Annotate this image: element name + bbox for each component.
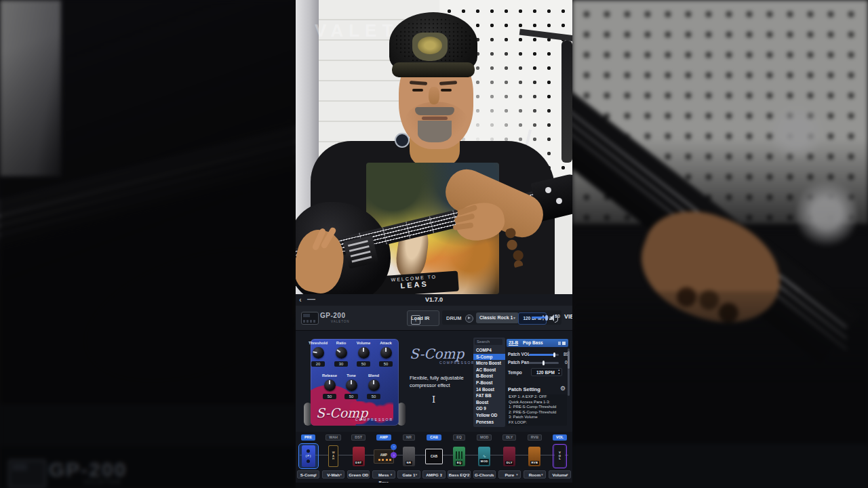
move-down-button[interactable]: ↓	[391, 452, 397, 458]
knob-volume[interactable]	[358, 347, 370, 359]
master-volume-slider[interactable]	[532, 317, 551, 319]
effect-list-item[interactable]: S-Comp	[473, 354, 505, 361]
tempo-input[interactable]: 120 BPM ▲▼	[531, 368, 562, 376]
pedal-icon-mod[interactable]: ∿MOD	[478, 447, 490, 466]
chain-tab-amp[interactable]: AMP	[376, 434, 391, 441]
knob-attack[interactable]	[380, 347, 392, 359]
effect-description: Flexible, fully adjustable compressor ef…	[410, 374, 464, 389]
goatee	[418, 121, 452, 142]
chain-slot-rvb: RVBRVBRoom▼	[522, 432, 547, 483]
chain-select-amp[interactable]: Mess Bass▼	[372, 470, 395, 479]
patch-panel: 23-B Pop Bass Patch VOL 89 Patch Pan 0 T…	[507, 338, 570, 427]
chain-tab-mod[interactable]: MOD	[477, 434, 492, 441]
chain-select-mod[interactable]: G-Chorus▼	[473, 470, 496, 479]
eye	[441, 89, 452, 92]
cap-emblem	[418, 37, 442, 54]
caret-down-icon: ▼	[490, 471, 493, 479]
pedal-icon-rvb[interactable]: RVB	[528, 447, 540, 466]
effect-list-item[interactable]: Micro Boost	[473, 360, 505, 367]
cap-band	[392, 62, 475, 77]
chain-select-rvb[interactable]: Room▼	[524, 470, 546, 479]
text-cursor: I	[432, 394, 435, 405]
pedal-icon-cab[interactable]: CAB	[425, 449, 443, 464]
video-column: VALETON WELCOME TO	[296, 0, 572, 488]
chain-select-pre[interactable]: S-Comp▼	[297, 470, 319, 479]
knob-label: Attack	[371, 341, 401, 345]
view-button-partial[interactable]: VIE	[564, 313, 572, 320]
patch-header-icon[interactable]	[558, 342, 561, 345]
knob-threshold[interactable]	[313, 347, 324, 359]
chain-select-dst[interactable]: Green OD▼	[347, 470, 370, 479]
effect-list-item[interactable]: 14 Boost	[473, 386, 505, 393]
slider-handle[interactable]	[542, 361, 545, 366]
knob-blend[interactable]	[368, 380, 380, 391]
knob-value: 50	[357, 361, 370, 367]
pedal-icon-wah[interactable]: WAH	[328, 445, 338, 467]
chain-select-cab[interactable]: AMPG 1▼	[422, 470, 445, 479]
chain-slot-wah: WAHWAHV-Wah▼	[321, 432, 346, 483]
effect-list-item[interactable]: Penesas	[473, 419, 505, 426]
chain-tab-wah[interactable]: WAH	[326, 434, 341, 441]
effect-list-item[interactable]: B-Boost	[473, 373, 505, 380]
pedal-icon-nr[interactable]: NR	[403, 447, 415, 466]
chain-select-dly[interactable]: Pure▼	[498, 470, 521, 479]
knob-label: Blend	[359, 373, 389, 378]
gp200-logo: GP-200	[320, 312, 345, 319]
effect-list-item[interactable]: AC Boost	[473, 367, 505, 373]
load-ir-button[interactable]: Load IR ↓	[407, 310, 439, 326]
chain-tab-dly[interactable]: DLY	[502, 434, 516, 441]
background-right: Rock 1 ▼ 120 BPM ▲▼ 80 VIE	[572, 0, 868, 488]
patch-vol-label: Patch VOL	[508, 352, 530, 357]
caret-down-icon: ▼	[515, 471, 518, 479]
drum-preset-select[interactable]: Classic Rock 1 ▼	[476, 312, 519, 323]
nose	[429, 87, 439, 104]
gear-icon[interactable]: ⚙	[560, 385, 566, 392]
chain-select-vol[interactable]: Volume▼	[549, 470, 571, 479]
chain-select-nr[interactable]: Gate 1▼	[397, 470, 420, 479]
tuner-peg	[556, 198, 562, 204]
knob-release[interactable]	[324, 380, 336, 391]
knob-value: 20	[311, 361, 325, 367]
eye	[412, 89, 423, 92]
move-up-button[interactable]: ↑	[391, 444, 397, 450]
chain-tab-cab[interactable]: CAB	[427, 434, 441, 441]
patch-vol-slider[interactable]	[529, 354, 559, 356]
pedal-type: COMPRESSOR	[355, 418, 393, 422]
chain-select-wah[interactable]: V-Wah▼	[322, 470, 344, 479]
chain-slot-amp: AMPAMP↑↓Mess Bass▼	[371, 432, 396, 483]
pedal-icon-dst[interactable]: DST	[353, 447, 365, 466]
effect-list-item[interactable]: Yellow OD	[473, 412, 505, 419]
patch-header-icon[interactable]	[562, 342, 566, 345]
pedal-icon-dly[interactable]: DLY	[503, 447, 515, 466]
patch-slot: 23-B	[509, 339, 518, 347]
knob-value: 50	[323, 394, 336, 399]
spinner-icon[interactable]: ▲▼	[557, 369, 560, 376]
chain-slot-nr: NRNRGate 1▼	[396, 432, 421, 483]
pedal-icon-pre[interactable]: ( P )	[302, 445, 315, 467]
scrollbar[interactable]	[568, 348, 570, 396]
slider-handle[interactable]	[553, 352, 555, 358]
pedal-icon-vol[interactable]: VOL	[555, 445, 565, 467]
knob-ratio[interactable]	[336, 347, 347, 359]
patch-pan-label: Patch Pan	[508, 360, 529, 365]
chain-tab-dst[interactable]: DST	[351, 434, 366, 441]
effect-list-item[interactable]: OD 9	[473, 405, 505, 412]
patch-pan-slider[interactable]	[529, 362, 559, 364]
slider-handle[interactable]	[545, 315, 548, 321]
play-button[interactable]	[465, 314, 473, 323]
chain-tab-eq[interactable]: EQ	[453, 434, 465, 441]
effect-list-item[interactable]: FAT BB	[473, 392, 505, 399]
drum-label: DRUM	[446, 315, 462, 321]
effect-list-item[interactable]: P-Boost	[473, 380, 505, 386]
caret-down-icon: ▼	[540, 471, 543, 479]
chain-tab-rvb[interactable]: RVB	[528, 434, 542, 441]
pedal-icon-eq[interactable]: EQ	[453, 447, 465, 466]
effect-list-item[interactable]: Boost	[473, 399, 505, 406]
chain-tab-vol[interactable]: VOL	[553, 434, 567, 441]
chain-tab-pre[interactable]: PRE	[301, 434, 315, 441]
chain-select-eq[interactable]: Bass EQ 2▼	[448, 470, 470, 479]
effect-list-item[interactable]: COMP4	[473, 347, 505, 354]
chain-tab-nr[interactable]: NR	[403, 434, 415, 441]
search-input[interactable]: Search	[475, 339, 502, 345]
knob-tone[interactable]	[346, 380, 357, 391]
